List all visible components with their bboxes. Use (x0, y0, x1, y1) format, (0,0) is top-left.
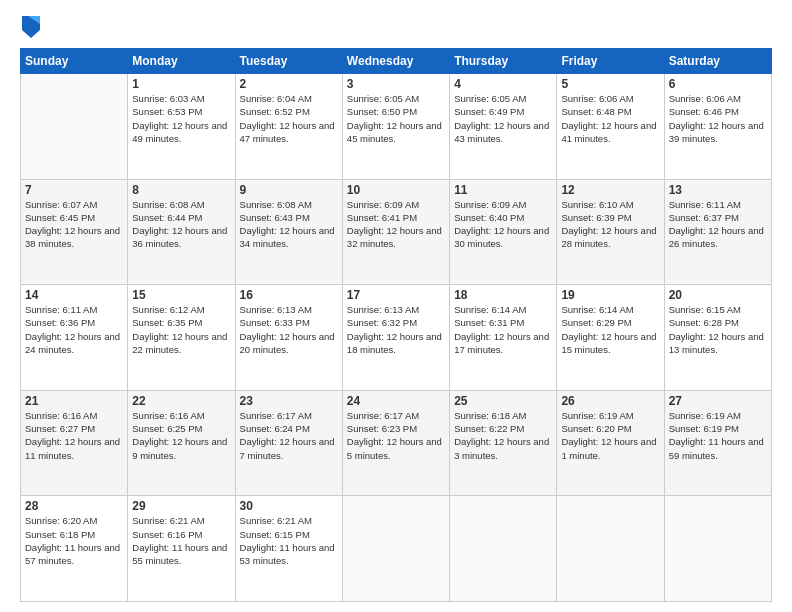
day-info: Sunrise: 6:16 AMSunset: 6:25 PMDaylight:… (132, 409, 230, 462)
day-number: 23 (240, 394, 338, 408)
day-number: 4 (454, 77, 552, 91)
calendar-cell: 24Sunrise: 6:17 AMSunset: 6:23 PMDayligh… (342, 390, 449, 496)
calendar-cell: 22Sunrise: 6:16 AMSunset: 6:25 PMDayligh… (128, 390, 235, 496)
day-info: Sunrise: 6:08 AMSunset: 6:43 PMDaylight:… (240, 198, 338, 251)
calendar-cell: 8Sunrise: 6:08 AMSunset: 6:44 PMDaylight… (128, 179, 235, 285)
calendar-cell: 26Sunrise: 6:19 AMSunset: 6:20 PMDayligh… (557, 390, 664, 496)
calendar-cell: 15Sunrise: 6:12 AMSunset: 6:35 PMDayligh… (128, 285, 235, 391)
calendar-week-row: 21Sunrise: 6:16 AMSunset: 6:27 PMDayligh… (21, 390, 772, 496)
day-number: 14 (25, 288, 123, 302)
calendar-table: SundayMondayTuesdayWednesdayThursdayFrid… (20, 48, 772, 602)
day-number: 12 (561, 183, 659, 197)
weekday-header-monday: Monday (128, 49, 235, 74)
calendar-cell: 21Sunrise: 6:16 AMSunset: 6:27 PMDayligh… (21, 390, 128, 496)
day-info: Sunrise: 6:21 AMSunset: 6:15 PMDaylight:… (240, 514, 338, 567)
weekday-header-saturday: Saturday (664, 49, 771, 74)
day-info: Sunrise: 6:06 AMSunset: 6:46 PMDaylight:… (669, 92, 767, 145)
day-number: 21 (25, 394, 123, 408)
day-info: Sunrise: 6:19 AMSunset: 6:19 PMDaylight:… (669, 409, 767, 462)
calendar-cell: 17Sunrise: 6:13 AMSunset: 6:32 PMDayligh… (342, 285, 449, 391)
calendar-cell: 28Sunrise: 6:20 AMSunset: 6:18 PMDayligh… (21, 496, 128, 602)
calendar-cell (557, 496, 664, 602)
day-number: 16 (240, 288, 338, 302)
calendar-cell: 18Sunrise: 6:14 AMSunset: 6:31 PMDayligh… (450, 285, 557, 391)
calendar-cell: 19Sunrise: 6:14 AMSunset: 6:29 PMDayligh… (557, 285, 664, 391)
day-info: Sunrise: 6:05 AMSunset: 6:50 PMDaylight:… (347, 92, 445, 145)
calendar-cell: 30Sunrise: 6:21 AMSunset: 6:15 PMDayligh… (235, 496, 342, 602)
day-info: Sunrise: 6:13 AMSunset: 6:32 PMDaylight:… (347, 303, 445, 356)
day-info: Sunrise: 6:03 AMSunset: 6:53 PMDaylight:… (132, 92, 230, 145)
calendar-week-row: 28Sunrise: 6:20 AMSunset: 6:18 PMDayligh… (21, 496, 772, 602)
day-info: Sunrise: 6:18 AMSunset: 6:22 PMDaylight:… (454, 409, 552, 462)
weekday-header-wednesday: Wednesday (342, 49, 449, 74)
day-info: Sunrise: 6:13 AMSunset: 6:33 PMDaylight:… (240, 303, 338, 356)
calendar-cell: 12Sunrise: 6:10 AMSunset: 6:39 PMDayligh… (557, 179, 664, 285)
day-number: 20 (669, 288, 767, 302)
day-number: 27 (669, 394, 767, 408)
calendar-cell: 6Sunrise: 6:06 AMSunset: 6:46 PMDaylight… (664, 74, 771, 180)
calendar-cell: 10Sunrise: 6:09 AMSunset: 6:41 PMDayligh… (342, 179, 449, 285)
day-info: Sunrise: 6:12 AMSunset: 6:35 PMDaylight:… (132, 303, 230, 356)
weekday-header-friday: Friday (557, 49, 664, 74)
calendar-cell: 20Sunrise: 6:15 AMSunset: 6:28 PMDayligh… (664, 285, 771, 391)
weekday-header-row: SundayMondayTuesdayWednesdayThursdayFrid… (21, 49, 772, 74)
day-number: 5 (561, 77, 659, 91)
day-number: 19 (561, 288, 659, 302)
day-number: 10 (347, 183, 445, 197)
day-number: 25 (454, 394, 552, 408)
day-number: 2 (240, 77, 338, 91)
day-number: 3 (347, 77, 445, 91)
calendar-week-row: 7Sunrise: 6:07 AMSunset: 6:45 PMDaylight… (21, 179, 772, 285)
day-info: Sunrise: 6:21 AMSunset: 6:16 PMDaylight:… (132, 514, 230, 567)
calendar-week-row: 14Sunrise: 6:11 AMSunset: 6:36 PMDayligh… (21, 285, 772, 391)
day-info: Sunrise: 6:14 AMSunset: 6:31 PMDaylight:… (454, 303, 552, 356)
calendar-cell: 2Sunrise: 6:04 AMSunset: 6:52 PMDaylight… (235, 74, 342, 180)
calendar-cell: 9Sunrise: 6:08 AMSunset: 6:43 PMDaylight… (235, 179, 342, 285)
day-info: Sunrise: 6:11 AMSunset: 6:37 PMDaylight:… (669, 198, 767, 251)
day-info: Sunrise: 6:09 AMSunset: 6:40 PMDaylight:… (454, 198, 552, 251)
day-number: 7 (25, 183, 123, 197)
day-info: Sunrise: 6:11 AMSunset: 6:36 PMDaylight:… (25, 303, 123, 356)
calendar-cell (342, 496, 449, 602)
day-info: Sunrise: 6:16 AMSunset: 6:27 PMDaylight:… (25, 409, 123, 462)
calendar-cell (664, 496, 771, 602)
day-number: 1 (132, 77, 230, 91)
day-number: 24 (347, 394, 445, 408)
day-info: Sunrise: 6:14 AMSunset: 6:29 PMDaylight:… (561, 303, 659, 356)
day-number: 9 (240, 183, 338, 197)
calendar-cell: 4Sunrise: 6:05 AMSunset: 6:49 PMDaylight… (450, 74, 557, 180)
weekday-header-thursday: Thursday (450, 49, 557, 74)
day-info: Sunrise: 6:09 AMSunset: 6:41 PMDaylight:… (347, 198, 445, 251)
calendar-cell: 1Sunrise: 6:03 AMSunset: 6:53 PMDaylight… (128, 74, 235, 180)
day-number: 13 (669, 183, 767, 197)
day-info: Sunrise: 6:08 AMSunset: 6:44 PMDaylight:… (132, 198, 230, 251)
day-number: 22 (132, 394, 230, 408)
logo-icon (22, 16, 40, 38)
calendar-cell: 29Sunrise: 6:21 AMSunset: 6:16 PMDayligh… (128, 496, 235, 602)
day-info: Sunrise: 6:17 AMSunset: 6:24 PMDaylight:… (240, 409, 338, 462)
day-number: 28 (25, 499, 123, 513)
day-info: Sunrise: 6:19 AMSunset: 6:20 PMDaylight:… (561, 409, 659, 462)
day-number: 29 (132, 499, 230, 513)
weekday-header-tuesday: Tuesday (235, 49, 342, 74)
day-info: Sunrise: 6:10 AMSunset: 6:39 PMDaylight:… (561, 198, 659, 251)
day-number: 18 (454, 288, 552, 302)
day-number: 11 (454, 183, 552, 197)
day-info: Sunrise: 6:04 AMSunset: 6:52 PMDaylight:… (240, 92, 338, 145)
day-number: 15 (132, 288, 230, 302)
day-number: 17 (347, 288, 445, 302)
calendar-cell: 11Sunrise: 6:09 AMSunset: 6:40 PMDayligh… (450, 179, 557, 285)
day-info: Sunrise: 6:20 AMSunset: 6:18 PMDaylight:… (25, 514, 123, 567)
calendar-cell: 16Sunrise: 6:13 AMSunset: 6:33 PMDayligh… (235, 285, 342, 391)
weekday-header-sunday: Sunday (21, 49, 128, 74)
page: SundayMondayTuesdayWednesdayThursdayFrid… (0, 0, 792, 612)
header (20, 16, 772, 40)
day-info: Sunrise: 6:07 AMSunset: 6:45 PMDaylight:… (25, 198, 123, 251)
calendar-cell: 13Sunrise: 6:11 AMSunset: 6:37 PMDayligh… (664, 179, 771, 285)
day-number: 26 (561, 394, 659, 408)
calendar-cell: 14Sunrise: 6:11 AMSunset: 6:36 PMDayligh… (21, 285, 128, 391)
calendar-cell: 5Sunrise: 6:06 AMSunset: 6:48 PMDaylight… (557, 74, 664, 180)
calendar-cell: 27Sunrise: 6:19 AMSunset: 6:19 PMDayligh… (664, 390, 771, 496)
calendar-cell (21, 74, 128, 180)
calendar-cell: 23Sunrise: 6:17 AMSunset: 6:24 PMDayligh… (235, 390, 342, 496)
